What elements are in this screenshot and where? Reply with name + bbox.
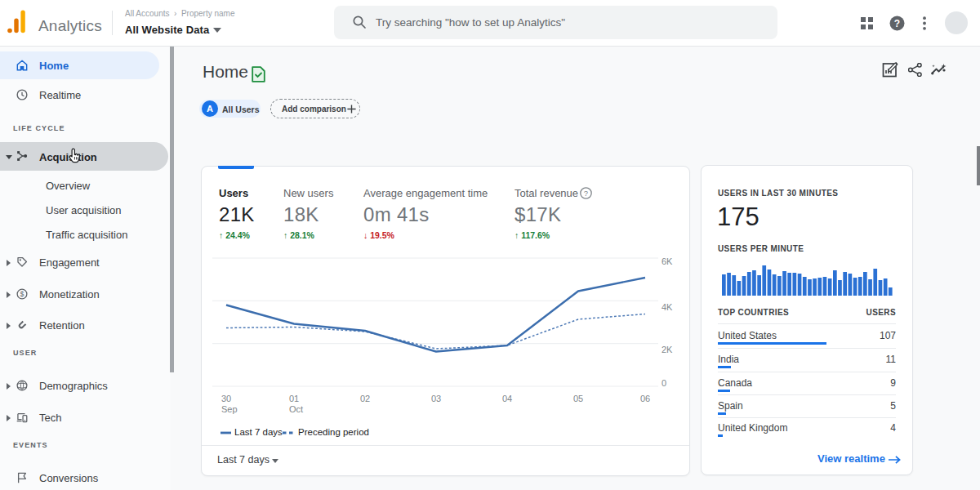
svg-text:05: 05: [573, 394, 583, 403]
svg-text:30: 30: [221, 394, 231, 403]
svg-text:01: 01: [289, 394, 299, 403]
svg-text:4K: 4K: [662, 302, 673, 312]
svg-text:Sep: Sep: [221, 404, 238, 414]
svg-text:?: ?: [894, 18, 900, 29]
svg-text:02: 02: [360, 394, 370, 403]
svg-text:6K: 6K: [662, 256, 673, 266]
svg-text:?: ?: [584, 189, 588, 198]
svg-text:06: 06: [640, 394, 650, 403]
svg-text:Oct: Oct: [289, 404, 303, 414]
svg-text:0: 0: [662, 378, 666, 388]
svg-text:03: 03: [431, 394, 441, 403]
svg-text:$: $: [20, 290, 24, 298]
svg-text:04: 04: [502, 394, 512, 403]
svg-text:2K: 2K: [662, 345, 673, 354]
